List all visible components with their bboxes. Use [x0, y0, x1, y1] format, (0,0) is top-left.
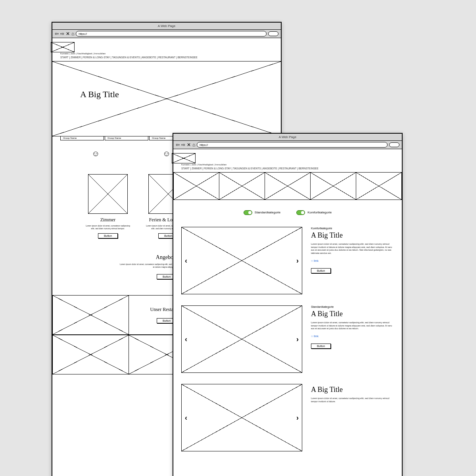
room-title: A Big Title	[311, 386, 394, 394]
room-category: Standardkategorie	[311, 305, 394, 308]
category-card-zimmer: Zimmer Lorem ipsum dolor sit amet, conse…	[84, 174, 132, 238]
filter-toggles: Standardkategorie Komfortkategorie	[181, 210, 394, 215]
browser-toolbar: ⇦ ⇨ ✕ ⌂	[52, 30, 281, 38]
room-card: ‹ › Komfortkategorie A Big Title Lorem i…	[181, 227, 394, 294]
home-icon[interactable]: ⌂	[71, 31, 74, 36]
gallery-strip	[173, 172, 402, 200]
chevron-right-icon[interactable]: ›	[296, 414, 299, 422]
window-title: A Web Page	[173, 134, 402, 141]
main-nav[interactable]: START | ZIMMER | FERIEN & LONG-STAY | TA…	[60, 56, 273, 59]
room-card: ‹ › A Big Title Lorem ipsum dolor sit am…	[181, 384, 394, 451]
gallery-image	[265, 172, 310, 200]
forward-icon[interactable]: ⇨	[60, 31, 64, 36]
tab-group[interactable]: Group Name	[105, 136, 148, 140]
category-button[interactable]: Button	[98, 233, 118, 238]
gallery-image	[356, 172, 402, 200]
main-nav[interactable]: START | ZIMMER | FERIEN & LONG-STAY | TA…	[181, 167, 394, 170]
url-input[interactable]	[197, 142, 388, 148]
room-title: A Big Title	[311, 231, 394, 240]
tab-group[interactable]: Group Name	[60, 136, 104, 140]
category-image	[88, 174, 128, 214]
room-card: ‹ › Standardkategorie A Big Title Lorem …	[181, 305, 394, 373]
home-icon[interactable]: ⌂	[192, 142, 195, 147]
room-button[interactable]: Button	[311, 268, 331, 273]
room-button[interactable]: Button	[311, 344, 331, 349]
toolbar-pill[interactable]	[268, 31, 278, 36]
top-links[interactable]: Kontakt | Jobs | Nachhaltigkeit | Immobi…	[60, 52, 273, 55]
chevron-left-icon[interactable]: ‹	[185, 414, 187, 422]
stop-icon[interactable]: ✕	[187, 142, 191, 147]
room-carousel[interactable]: ‹ ›	[181, 305, 302, 373]
restaurant-image	[52, 295, 129, 335]
room-desc: Lorem ipsum dolor sit amet, consetetur s…	[311, 321, 394, 330]
browser-toolbar: ⇦ ⇨ ✕ ⌂	[173, 141, 402, 149]
chevron-left-icon[interactable]: ‹	[185, 335, 187, 344]
url-input[interactable]	[76, 31, 267, 36]
room-link[interactable]: ○ link	[311, 259, 394, 263]
logo-placeholder	[172, 153, 196, 163]
category-desc: Lorem ipsum dolor sit amet, consetetur s…	[84, 225, 132, 230]
restaurant-image	[52, 335, 129, 374]
window-title: A Web Page	[52, 23, 281, 30]
hero-image: A Big Title	[52, 61, 281, 136]
top-links[interactable]: Kontakt | Jobs | Nachhaltigkeit | Immobi…	[181, 163, 394, 166]
stop-icon[interactable]: ✕	[66, 31, 70, 36]
room-title: A Big Title	[311, 310, 394, 318]
chevron-right-icon[interactable]: ›	[296, 335, 299, 344]
chevron-left-icon[interactable]: ‹	[185, 257, 187, 265]
room-desc: Lorem ipsum dolor sit amet, consetetur s…	[311, 243, 394, 255]
gallery-image	[219, 172, 265, 200]
toggle-standard[interactable]: Standardkategorie	[244, 210, 280, 215]
room-carousel[interactable]: ‹ ›	[181, 384, 302, 451]
room-category: Komfortkategorie	[311, 227, 394, 230]
gallery-image	[173, 172, 219, 200]
toggle-comfort[interactable]: Komfortkategorie	[296, 210, 332, 215]
logo-placeholder	[51, 42, 75, 52]
room-link[interactable]: ○ link	[311, 334, 394, 338]
room-desc: Lorem ipsum dolor sit amet, consetetur s…	[311, 397, 394, 403]
chevron-right-icon[interactable]: ›	[296, 257, 299, 265]
hero-title: A Big Title	[80, 89, 119, 100]
toolbar-pill[interactable]	[389, 142, 399, 147]
back-icon[interactable]: ⇦	[55, 31, 59, 36]
smiley-icon: ☺	[92, 149, 100, 158]
wireframe-window-rooms: A Web Page ⇦ ⇨ ✕ ⌂ Kontakt | Jobs | Nach…	[173, 133, 403, 476]
room-carousel[interactable]: ‹ ›	[181, 227, 302, 294]
smiley-icon: ☺	[163, 149, 171, 158]
gallery-image	[310, 172, 356, 200]
category-title: Zimmer	[84, 217, 132, 223]
back-icon[interactable]: ⇦	[176, 142, 180, 147]
forward-icon[interactable]: ⇨	[181, 142, 185, 147]
